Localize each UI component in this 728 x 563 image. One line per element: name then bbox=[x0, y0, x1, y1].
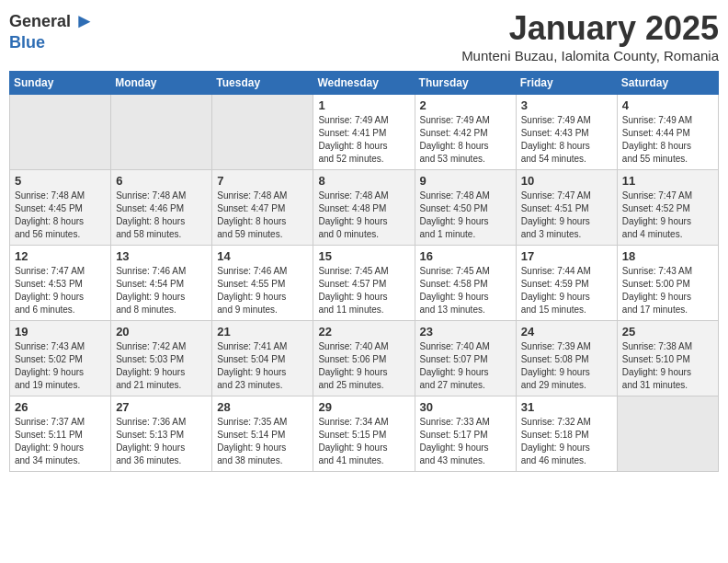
day-info: Sunrise: 7:44 AM Sunset: 4:59 PM Dayligh… bbox=[521, 265, 612, 316]
logo-general-text: General bbox=[9, 12, 71, 31]
day-number: 27 bbox=[116, 400, 207, 414]
calendar-cell: 14Sunrise: 7:46 AM Sunset: 4:55 PM Dayli… bbox=[212, 246, 313, 321]
calendar-week-1: 1Sunrise: 7:49 AM Sunset: 4:41 PM Daylig… bbox=[10, 95, 719, 170]
day-info: Sunrise: 7:37 AM Sunset: 5:11 PM Dayligh… bbox=[15, 416, 106, 467]
calendar-cell bbox=[212, 95, 313, 170]
calendar-cell: 7Sunrise: 7:48 AM Sunset: 4:47 PM Daylig… bbox=[212, 170, 313, 246]
calendar-cell: 22Sunrise: 7:40 AM Sunset: 5:06 PM Dayli… bbox=[313, 321, 415, 396]
day-number: 26 bbox=[15, 400, 106, 414]
calendar-cell: 2Sunrise: 7:49 AM Sunset: 4:42 PM Daylig… bbox=[415, 95, 516, 170]
calendar-cell: 8Sunrise: 7:48 AM Sunset: 4:48 PM Daylig… bbox=[313, 170, 415, 246]
day-info: Sunrise: 7:35 AM Sunset: 5:14 PM Dayligh… bbox=[217, 416, 308, 467]
day-number: 25 bbox=[622, 325, 713, 339]
location-subtitle: Munteni Buzau, Ialomita County, Romania bbox=[461, 48, 719, 63]
day-number: 2 bbox=[420, 98, 511, 112]
day-number: 21 bbox=[217, 325, 308, 339]
day-info: Sunrise: 7:39 AM Sunset: 5:08 PM Dayligh… bbox=[521, 340, 612, 392]
day-number: 18 bbox=[622, 249, 713, 263]
day-number: 14 bbox=[217, 249, 308, 263]
day-header-wednesday: Wednesday bbox=[313, 72, 415, 95]
calendar-week-3: 12Sunrise: 7:47 AM Sunset: 4:53 PM Dayli… bbox=[10, 246, 719, 321]
calendar-cell: 17Sunrise: 7:44 AM Sunset: 4:59 PM Dayli… bbox=[516, 246, 617, 321]
calendar-cell: 10Sunrise: 7:47 AM Sunset: 4:51 PM Dayli… bbox=[516, 170, 617, 246]
day-number: 15 bbox=[318, 249, 409, 263]
calendar-cell: 12Sunrise: 7:47 AM Sunset: 4:53 PM Dayli… bbox=[10, 246, 111, 321]
calendar-cell: 28Sunrise: 7:35 AM Sunset: 5:14 PM Dayli… bbox=[212, 396, 313, 472]
day-info: Sunrise: 7:42 AM Sunset: 5:03 PM Dayligh… bbox=[116, 340, 207, 392]
calendar-cell: 25Sunrise: 7:38 AM Sunset: 5:10 PM Dayli… bbox=[617, 321, 718, 396]
calendar-cell: 19Sunrise: 7:43 AM Sunset: 5:02 PM Dayli… bbox=[10, 321, 111, 396]
day-number: 29 bbox=[318, 400, 409, 414]
calendar-cell: 3Sunrise: 7:49 AM Sunset: 4:43 PM Daylig… bbox=[516, 95, 617, 170]
day-info: Sunrise: 7:49 AM Sunset: 4:44 PM Dayligh… bbox=[622, 114, 713, 166]
day-info: Sunrise: 7:47 AM Sunset: 4:51 PM Dayligh… bbox=[521, 190, 612, 241]
calendar-cell: 24Sunrise: 7:39 AM Sunset: 5:08 PM Dayli… bbox=[516, 321, 617, 396]
day-number: 13 bbox=[116, 249, 207, 263]
day-header-thursday: Thursday bbox=[415, 72, 516, 95]
day-info: Sunrise: 7:47 AM Sunset: 4:53 PM Dayligh… bbox=[15, 265, 106, 316]
calendar-cell: 18Sunrise: 7:43 AM Sunset: 5:00 PM Dayli… bbox=[617, 246, 718, 321]
calendar-cell: 31Sunrise: 7:32 AM Sunset: 5:18 PM Dayli… bbox=[516, 396, 617, 472]
calendar-cell: 27Sunrise: 7:36 AM Sunset: 5:13 PM Dayli… bbox=[111, 396, 212, 472]
day-number: 11 bbox=[622, 174, 713, 188]
day-info: Sunrise: 7:48 AM Sunset: 4:50 PM Dayligh… bbox=[420, 190, 511, 241]
page-header: General ► Blue January 2025 Munteni Buza… bbox=[9, 9, 719, 63]
day-number: 6 bbox=[116, 174, 207, 188]
calendar-cell: 30Sunrise: 7:33 AM Sunset: 5:17 PM Dayli… bbox=[415, 396, 516, 472]
day-number: 20 bbox=[116, 325, 207, 339]
calendar-cell: 5Sunrise: 7:48 AM Sunset: 4:45 PM Daylig… bbox=[10, 170, 111, 246]
day-info: Sunrise: 7:49 AM Sunset: 4:42 PM Dayligh… bbox=[420, 114, 511, 166]
calendar-body: 1Sunrise: 7:49 AM Sunset: 4:41 PM Daylig… bbox=[10, 95, 719, 472]
calendar-cell: 13Sunrise: 7:46 AM Sunset: 4:54 PM Dayli… bbox=[111, 246, 212, 321]
day-number: 4 bbox=[622, 98, 713, 112]
logo: General ► Blue bbox=[9, 9, 95, 52]
day-header-friday: Friday bbox=[516, 72, 617, 95]
day-info: Sunrise: 7:45 AM Sunset: 4:57 PM Dayligh… bbox=[318, 265, 409, 316]
day-info: Sunrise: 7:48 AM Sunset: 4:45 PM Dayligh… bbox=[15, 190, 106, 241]
day-info: Sunrise: 7:45 AM Sunset: 4:58 PM Dayligh… bbox=[420, 265, 511, 316]
day-info: Sunrise: 7:43 AM Sunset: 5:02 PM Dayligh… bbox=[15, 340, 106, 392]
day-info: Sunrise: 7:46 AM Sunset: 4:54 PM Dayligh… bbox=[116, 265, 207, 316]
day-info: Sunrise: 7:49 AM Sunset: 4:43 PM Dayligh… bbox=[521, 114, 612, 166]
day-info: Sunrise: 7:43 AM Sunset: 5:00 PM Dayligh… bbox=[622, 265, 713, 316]
days-of-week-row: SundayMondayTuesdayWednesdayThursdayFrid… bbox=[10, 72, 719, 95]
day-number: 9 bbox=[420, 174, 511, 188]
calendar-cell: 1Sunrise: 7:49 AM Sunset: 4:41 PM Daylig… bbox=[313, 95, 415, 170]
calendar-cell: 11Sunrise: 7:47 AM Sunset: 4:52 PM Dayli… bbox=[617, 170, 718, 246]
calendar-cell: 23Sunrise: 7:40 AM Sunset: 5:07 PM Dayli… bbox=[415, 321, 516, 396]
day-info: Sunrise: 7:48 AM Sunset: 4:48 PM Dayligh… bbox=[318, 190, 409, 241]
calendar-cell: 21Sunrise: 7:41 AM Sunset: 5:04 PM Dayli… bbox=[212, 321, 313, 396]
day-number: 8 bbox=[318, 174, 409, 188]
calendar-cell: 9Sunrise: 7:48 AM Sunset: 4:50 PM Daylig… bbox=[415, 170, 516, 246]
day-info: Sunrise: 7:34 AM Sunset: 5:15 PM Dayligh… bbox=[318, 416, 409, 467]
day-info: Sunrise: 7:48 AM Sunset: 4:46 PM Dayligh… bbox=[116, 190, 207, 241]
logo-blue-text: Blue bbox=[9, 33, 45, 52]
logo-bird-icon: ► bbox=[74, 9, 95, 33]
day-info: Sunrise: 7:48 AM Sunset: 4:47 PM Dayligh… bbox=[217, 190, 308, 241]
day-number: 12 bbox=[15, 249, 106, 263]
calendar-cell bbox=[111, 95, 212, 170]
day-number: 10 bbox=[521, 174, 612, 188]
day-info: Sunrise: 7:32 AM Sunset: 5:18 PM Dayligh… bbox=[521, 416, 612, 467]
day-info: Sunrise: 7:40 AM Sunset: 5:07 PM Dayligh… bbox=[420, 340, 511, 392]
day-number: 23 bbox=[420, 325, 511, 339]
day-info: Sunrise: 7:46 AM Sunset: 4:55 PM Dayligh… bbox=[217, 265, 308, 316]
calendar-week-5: 26Sunrise: 7:37 AM Sunset: 5:11 PM Dayli… bbox=[10, 396, 719, 472]
calendar-cell bbox=[10, 95, 111, 170]
title-area: January 2025 Munteni Buzau, Ialomita Cou… bbox=[461, 9, 719, 63]
day-info: Sunrise: 7:40 AM Sunset: 5:06 PM Dayligh… bbox=[318, 340, 409, 392]
day-number: 24 bbox=[521, 325, 612, 339]
day-header-saturday: Saturday bbox=[617, 72, 718, 95]
calendar-header: SundayMondayTuesdayWednesdayThursdayFrid… bbox=[10, 72, 719, 95]
day-number: 5 bbox=[15, 174, 106, 188]
day-header-monday: Monday bbox=[111, 72, 212, 95]
day-number: 7 bbox=[217, 174, 308, 188]
day-number: 19 bbox=[15, 325, 106, 339]
calendar-cell bbox=[617, 396, 718, 472]
day-info: Sunrise: 7:36 AM Sunset: 5:13 PM Dayligh… bbox=[116, 416, 207, 467]
day-number: 3 bbox=[521, 98, 612, 112]
day-info: Sunrise: 7:38 AM Sunset: 5:10 PM Dayligh… bbox=[622, 340, 713, 392]
month-title: January 2025 bbox=[461, 9, 719, 48]
calendar-cell: 29Sunrise: 7:34 AM Sunset: 5:15 PM Dayli… bbox=[313, 396, 415, 472]
calendar-cell: 26Sunrise: 7:37 AM Sunset: 5:11 PM Dayli… bbox=[10, 396, 111, 472]
